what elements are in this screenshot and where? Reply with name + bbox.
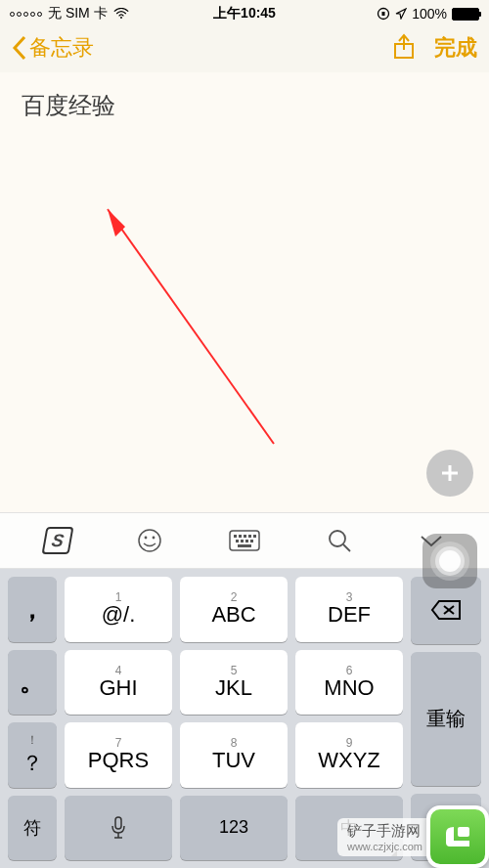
svg-line-5 xyxy=(108,209,274,444)
key-7-pqrs[interactable]: 7 PQRS xyxy=(65,722,172,788)
share-icon xyxy=(391,31,417,61)
chevron-left-icon xyxy=(12,35,27,61)
add-button[interactable] xyxy=(426,450,473,497)
watermark: 铲子手游网 www.czjxjc.com xyxy=(337,805,489,868)
wifi-icon xyxy=(113,8,129,20)
battery-icon xyxy=(452,8,479,21)
mic-icon xyxy=(110,815,127,841)
svg-rect-19 xyxy=(241,540,244,542)
key-6-mno[interactable]: 6 MNO xyxy=(295,650,403,716)
svg-point-10 xyxy=(145,537,148,540)
svg-rect-16 xyxy=(248,535,251,538)
annotation-arrow xyxy=(0,72,489,512)
key-9-wxyz[interactable]: 9 WXYZ xyxy=(295,722,403,788)
key-8-tuv[interactable]: 8 TUV xyxy=(180,722,288,788)
keyboard-switch-button[interactable] xyxy=(228,529,261,552)
status-bar: 无 SIM 卡 上午10:45 100% xyxy=(0,0,489,25)
key-period[interactable]: 。 xyxy=(8,650,57,716)
key-5-jkl[interactable]: 5 JKL xyxy=(180,650,288,716)
battery-percent: 100% xyxy=(412,6,447,22)
status-right: 100% xyxy=(377,6,479,22)
svg-rect-25 xyxy=(115,817,121,829)
done-button[interactable]: 完成 xyxy=(434,33,477,63)
svg-rect-20 xyxy=(245,540,248,542)
emoji-button[interactable] xyxy=(136,527,163,554)
svg-rect-30 xyxy=(458,827,469,837)
key-4-ghi[interactable]: 4 GHI xyxy=(65,650,172,716)
svg-rect-14 xyxy=(239,535,242,538)
delete-icon xyxy=(430,599,462,621)
note-editor[interactable]: 百度经验 xyxy=(0,72,489,512)
svg-point-0 xyxy=(120,17,122,19)
key-123[interactable]: 123 xyxy=(180,796,288,861)
key-mic[interactable] xyxy=(65,796,172,861)
back-button[interactable]: 备忘录 xyxy=(12,33,94,63)
svg-rect-21 xyxy=(250,540,253,542)
watermark-title: 铲子手游网 xyxy=(347,822,422,841)
sogou-logo-icon: S xyxy=(42,527,74,554)
assistive-touch-button[interactable] xyxy=(422,534,477,588)
rotation-lock-icon xyxy=(377,7,390,21)
key-2-abc[interactable]: 2 ABC xyxy=(180,577,288,642)
key-exclaim-small: ！ xyxy=(26,732,38,749)
location-icon xyxy=(395,8,407,20)
smile-icon xyxy=(136,527,163,554)
search-icon xyxy=(326,527,353,554)
key-question[interactable]: ！ ？ xyxy=(8,722,57,788)
assistive-touch-icon xyxy=(439,550,461,572)
signal-icon xyxy=(10,12,42,17)
key-reinput[interactable]: 重输 xyxy=(411,652,481,786)
svg-rect-17 xyxy=(253,535,256,538)
key-comma[interactable]: ， xyxy=(8,577,57,642)
sogou-logo-button[interactable]: S xyxy=(44,527,71,554)
svg-point-23 xyxy=(330,531,345,546)
plus-icon xyxy=(439,462,461,484)
key-1[interactable]: 1 @/. xyxy=(65,577,172,642)
share-button[interactable] xyxy=(391,31,417,65)
search-button[interactable] xyxy=(326,527,353,554)
key-symbols[interactable]: 符 xyxy=(8,796,57,861)
svg-marker-6 xyxy=(108,209,125,237)
keyboard-icon xyxy=(228,529,261,552)
svg-rect-2 xyxy=(382,12,385,16)
status-left: 无 SIM 卡 xyxy=(10,5,129,22)
status-time: 上午10:45 xyxy=(213,5,276,22)
watermark-url: www.czjxjc.com xyxy=(347,841,422,852)
svg-rect-13 xyxy=(234,535,237,538)
svg-line-24 xyxy=(343,544,350,551)
back-label: 备忘录 xyxy=(29,33,94,63)
note-text: 百度经验 xyxy=(22,90,467,121)
nav-bar: 备忘录 完成 xyxy=(0,25,489,72)
key-question-label: ？ xyxy=(22,749,43,778)
svg-rect-22 xyxy=(238,544,251,547)
svg-rect-15 xyxy=(244,535,246,538)
svg-rect-18 xyxy=(236,540,239,542)
keyboard-toolbar: S xyxy=(0,512,489,569)
svg-point-11 xyxy=(153,537,156,540)
sim-status: 无 SIM 卡 xyxy=(48,5,108,22)
key-3-def[interactable]: 3 DEF xyxy=(295,577,403,642)
watermark-badge-icon xyxy=(426,805,489,868)
svg-point-9 xyxy=(139,530,160,551)
